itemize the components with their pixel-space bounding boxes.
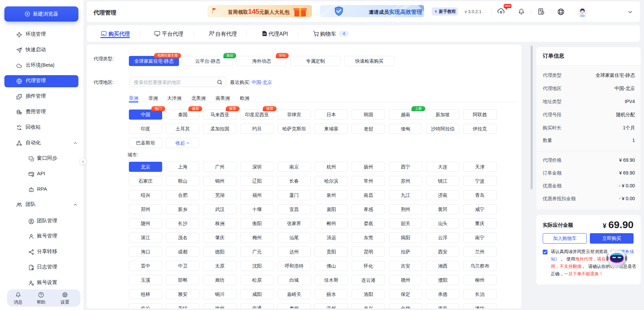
svg-text:API: API xyxy=(263,33,266,35)
